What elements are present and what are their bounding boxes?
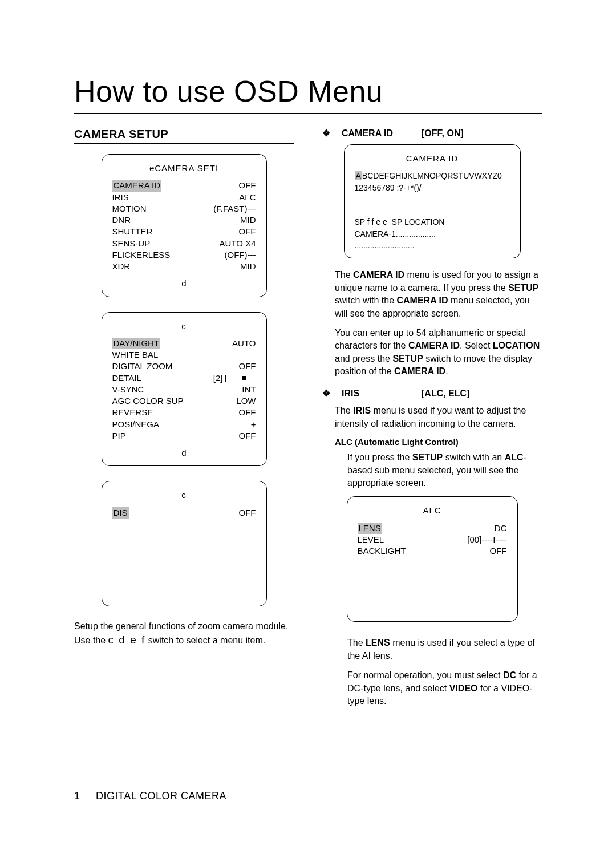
page-footer: 1 DIGITAL COLOR CAMERA — [74, 790, 226, 802]
left-column: CAMERA SETUP eCAMERA SETf CAMERA IDOFF I… — [74, 128, 294, 714]
dpad-keys: c d e f — [108, 634, 146, 646]
osd-title: c — [112, 489, 256, 501]
osd-row: DISOFF — [112, 507, 256, 519]
osd-box-camera-set: eCAMERA SETf CAMERA IDOFF IRISALC MOTION… — [102, 154, 267, 297]
paragraph: If you press the SETUP switch with an AL… — [322, 451, 542, 489]
page: How to use OSD Menu CAMERA SETUP eCAMERA… — [0, 0, 616, 842]
bullet-icon: ❖ — [322, 388, 330, 399]
osd-row: MOTION(F.FAST)--- — [112, 203, 256, 214]
paragraph: The LENS menu is used if you select a ty… — [322, 637, 542, 662]
osd-box-alc: ALC LENSDC LEVEL[00]----I---- BACKLIGHTO… — [347, 496, 518, 622]
paragraph: You can enter up to 54 alphanumeric or s… — [322, 327, 542, 378]
osd-row: DETAIL[2] — [112, 373, 256, 384]
right-column: ❖ CAMERA ID [OFF, ON] CAMERA ID ABCDEFGH… — [322, 128, 542, 714]
osd-box-page3: c DISOFF — [102, 481, 267, 606]
osd-text: ABCDEFGHIJKLMNOPQRSTUVWXYZ0 123456789 :?… — [355, 170, 510, 251]
osd-foot: d — [112, 447, 256, 459]
osd-row: REVERSEOFF — [112, 407, 256, 418]
osd-row: V-SYNCINT — [112, 384, 256, 395]
caption-line: Setup the general functions of zoom came… — [74, 621, 294, 632]
item-heading-iris: ❖ IRIS [ALC, ELC] — [322, 388, 542, 399]
osd-row: LENSDC — [358, 523, 507, 534]
osd-box-camera-id: CAMERA ID ABCDEFGHIJKLMNOPQRSTUVWXYZ0 12… — [344, 144, 521, 258]
osd-row: FLICKERLESS(OFF)--- — [112, 249, 256, 261]
page-title: How to use OSD Menu — [74, 74, 542, 114]
osd-row: DIGITAL ZOOMOFF — [112, 361, 256, 372]
section-title-camera-setup: CAMERA SETUP — [74, 128, 294, 144]
footer-label: DIGITAL COLOR CAMERA — [96, 790, 226, 802]
caption-line: Use the c d e f switch to select a menu … — [74, 634, 294, 646]
osd-row: DAY/NIGHTAUTO — [112, 338, 256, 349]
osd-row: CAMERA IDOFF — [112, 180, 256, 191]
osd-title: eCAMERA SETf — [112, 163, 256, 174]
osd-title: c — [112, 321, 256, 332]
osd-row: LEVEL[00]----I---- — [358, 534, 507, 545]
item-heading-camera-id: ❖ CAMERA ID [OFF, ON] — [322, 128, 542, 139]
osd-row: DNRMID — [112, 214, 256, 226]
two-column-layout: CAMERA SETUP eCAMERA SETf CAMERA IDOFF I… — [74, 128, 542, 714]
osd-row: AGC COLOR SUPLOW — [112, 395, 256, 407]
osd-row: WHITE BAL — [112, 349, 256, 361]
paragraph: For normal operation, you must select DC… — [322, 669, 542, 707]
osd-row: PIPOFF — [112, 430, 256, 442]
osd-row: IRISALC — [112, 192, 256, 203]
osd-row: POSI/NEGA+ — [112, 419, 256, 430]
paragraph: The IRIS menu is used if you want to adj… — [322, 404, 542, 430]
osd-title: ALC — [358, 505, 507, 516]
page-number: 1 — [74, 790, 86, 802]
osd-foot: d — [112, 278, 256, 289]
osd-row: BACKLIGHTOFF — [358, 545, 507, 557]
slider-icon — [225, 375, 256, 382]
osd-row: XDRMID — [112, 261, 256, 272]
subheading-alc: ALC (Automatic Light Control) — [322, 437, 542, 447]
osd-box-page2: c DAY/NIGHTAUTO WHITE BAL DIGITAL ZOOMOF… — [102, 312, 267, 467]
paragraph: The CAMERA ID menu is used for you to as… — [322, 269, 542, 320]
osd-row: SHUTTEROFF — [112, 226, 256, 237]
osd-row: SENS-UPAUTO X4 — [112, 238, 256, 249]
bullet-icon: ❖ — [322, 128, 330, 139]
osd-title: CAMERA ID — [355, 153, 510, 164]
